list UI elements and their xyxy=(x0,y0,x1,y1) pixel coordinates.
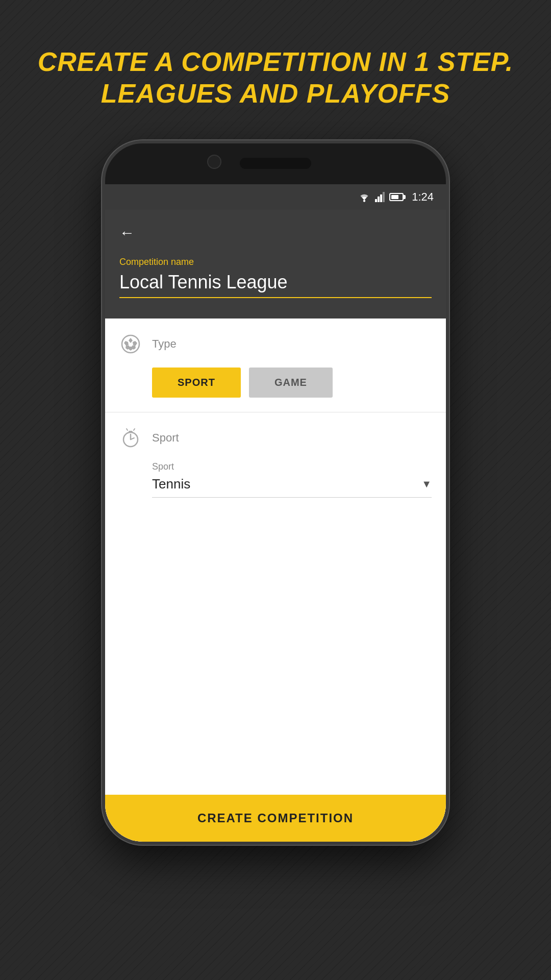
phone-speaker xyxy=(240,158,311,169)
competition-name-input[interactable] xyxy=(119,272,432,298)
header-title-line1: CREATE A COMPETITION IN 1 STEP. xyxy=(38,46,513,78)
sport-section: Sport Sport Tennis ▼ xyxy=(105,412,446,508)
sport-toggle-button[interactable]: SPORT xyxy=(152,368,241,398)
type-toggle-group: SPORT GAME xyxy=(152,368,432,398)
sport-section-header: Sport xyxy=(119,427,432,449)
content-spacer xyxy=(105,508,446,795)
phone-side-button xyxy=(446,307,449,348)
signal-icon xyxy=(375,192,385,202)
phone-mockup: 1:24 ← Competition name xyxy=(102,140,449,845)
sport-dropdown-field: Sport Tennis ▼ xyxy=(152,461,432,498)
game-toggle-button[interactable]: GAME xyxy=(249,368,333,398)
svg-marker-7 xyxy=(133,341,137,346)
phone-camera xyxy=(207,155,221,169)
status-bar: 1:24 xyxy=(105,184,446,210)
sport-dropdown-value: Tennis xyxy=(152,476,190,492)
svg-rect-4 xyxy=(383,192,385,202)
status-time: 1:24 xyxy=(412,190,434,204)
svg-line-16 xyxy=(127,429,128,430)
wifi-icon xyxy=(358,192,371,202)
app-header: ← Competition name xyxy=(105,210,446,318)
svg-rect-2 xyxy=(378,197,380,202)
type-section-header: Type xyxy=(119,333,432,355)
svg-marker-11 xyxy=(124,341,129,346)
back-button[interactable]: ← xyxy=(119,224,135,241)
sport-dropdown-label: Sport xyxy=(152,461,432,472)
battery-icon xyxy=(389,193,404,201)
competition-name-label: Competition name xyxy=(119,257,432,267)
type-section: Type SPORT GAME xyxy=(105,318,446,412)
create-competition-button[interactable]: CREATE COMPETITION xyxy=(105,795,446,842)
svg-rect-13 xyxy=(129,431,133,433)
phone-screen: 1:24 ← Competition name xyxy=(105,184,446,842)
content-area: Type SPORT GAME xyxy=(105,318,446,842)
svg-line-17 xyxy=(134,429,135,430)
sport-dropdown[interactable]: Tennis ▼ xyxy=(152,476,432,498)
svg-marker-6 xyxy=(129,338,133,343)
sport-section-title: Sport xyxy=(152,431,179,445)
soccer-ball-icon xyxy=(119,333,142,355)
svg-rect-1 xyxy=(375,199,377,202)
dropdown-arrow-icon: ▼ xyxy=(421,478,432,490)
stopwatch-icon xyxy=(119,427,142,449)
header-title-line2: LEAGUES AND PLAYOFFS xyxy=(38,78,513,109)
type-section-title: Type xyxy=(152,337,177,351)
svg-rect-3 xyxy=(380,194,382,202)
status-icons: 1:24 xyxy=(358,190,434,204)
page-header: CREATE A COMPETITION IN 1 STEP. LEAGUES … xyxy=(7,46,544,110)
svg-point-0 xyxy=(363,200,365,202)
phone-body: 1:24 ← Competition name xyxy=(102,140,449,845)
